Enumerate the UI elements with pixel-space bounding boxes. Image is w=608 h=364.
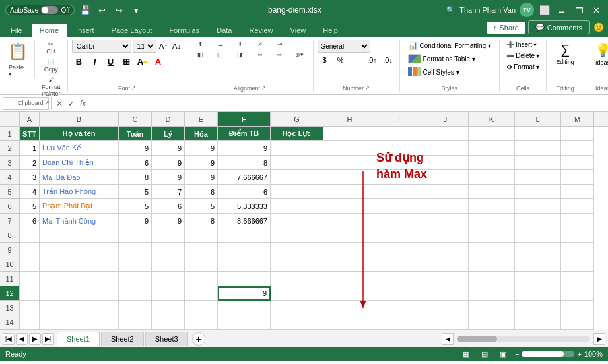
cell-B8[interactable]: [40, 228, 119, 243]
cell-E7[interactable]: 8: [185, 214, 218, 228]
cell-A1[interactable]: STT: [20, 127, 40, 141]
cell-C1[interactable]: Toán: [119, 127, 152, 141]
cell-A2[interactable]: 1: [20, 141, 40, 156]
cell-E6[interactable]: 5: [185, 199, 218, 214]
cell-M2[interactable]: [561, 141, 594, 156]
row-header-3[interactable]: 3: [0, 156, 19, 170]
scroll-left-button[interactable]: ◀: [442, 333, 454, 345]
cell-C5[interactable]: 5: [119, 185, 152, 199]
align-left-button[interactable]: ◧: [191, 50, 210, 59]
align-top-button[interactable]: ⬆: [191, 40, 210, 49]
increase-indent-button[interactable]: ⇨: [271, 50, 289, 59]
cell-K11[interactable]: [469, 272, 515, 286]
number-format-select[interactable]: General: [318, 40, 370, 53]
cell-H13[interactable]: [323, 301, 376, 315]
increase-decimal-button[interactable]: .0↑: [365, 54, 380, 66]
cell-M10[interactable]: [561, 257, 594, 272]
cell-A10[interactable]: [20, 257, 40, 272]
cell-G7[interactable]: [271, 214, 323, 228]
cell-L10[interactable]: [515, 257, 561, 272]
cell-A5[interactable]: 4: [20, 185, 40, 199]
cell-K3[interactable]: [469, 156, 515, 170]
cell-M13[interactable]: [561, 301, 594, 315]
cell-I6[interactable]: [376, 199, 422, 214]
cell-A14[interactable]: [20, 315, 40, 330]
format-cells-button[interactable]: ⚙ Format▾: [504, 62, 542, 72]
decrease-indent-button[interactable]: ⇦: [251, 50, 269, 59]
cell-K10[interactable]: [469, 257, 515, 272]
cell-F12[interactable]: 9: [218, 286, 271, 301]
cell-F4[interactable]: 7.666667: [218, 170, 271, 185]
cell-B6[interactable]: Phạm Phát Đạt: [40, 199, 119, 214]
cell-C12[interactable]: [119, 286, 152, 301]
cell-M5[interactable]: [561, 185, 594, 199]
sheet-tab-sheet2[interactable]: Sheet2: [101, 332, 144, 346]
cell-E3[interactable]: 9: [185, 156, 218, 170]
formula-input[interactable]: =MAX(F2:F7): [93, 97, 605, 110]
cell-J2[interactable]: [422, 141, 469, 156]
merge-button[interactable]: ⊕▾: [290, 50, 309, 59]
cell-K5[interactable]: [469, 185, 515, 199]
cell-M6[interactable]: [561, 199, 594, 214]
paste-button[interactable]: 📋: [7, 41, 29, 62]
search-box[interactable]: 🔍: [446, 6, 456, 15]
cell-D3[interactable]: 9: [152, 156, 185, 170]
cell-J12[interactable]: [422, 286, 469, 301]
tab-home[interactable]: Home: [32, 24, 67, 37]
tab-insert[interactable]: Insert: [68, 24, 102, 37]
cell-K1[interactable]: [469, 127, 515, 141]
cell-M8[interactable]: [561, 228, 594, 243]
cell-J6[interactable]: [422, 199, 469, 214]
cell-A9[interactable]: [20, 243, 40, 257]
cell-D9[interactable]: [152, 243, 185, 257]
minimize-button[interactable]: 🗕: [555, 3, 568, 16]
decrease-font-button[interactable]: A↓: [171, 40, 183, 52]
cell-H2[interactable]: [323, 141, 376, 156]
font-color-button[interactable]: A: [151, 54, 166, 69]
row-header-6[interactable]: 6: [0, 199, 19, 214]
cell-E1[interactable]: Hóa: [185, 127, 218, 141]
cell-J7[interactable]: [422, 214, 469, 228]
cell-F10[interactable]: [218, 257, 271, 272]
cell-L6[interactable]: [515, 199, 561, 214]
cell-C13[interactable]: [119, 301, 152, 315]
font-family-select[interactable]: Calibri: [72, 40, 131, 53]
next-sheet-button[interactable]: ▶: [29, 333, 41, 345]
tab-review[interactable]: Review: [241, 24, 281, 37]
cell-H9[interactable]: [323, 243, 376, 257]
cell-M14[interactable]: [561, 315, 594, 330]
cell-G8[interactable]: [271, 228, 323, 243]
increase-font-button[interactable]: A↑: [158, 40, 170, 52]
clipboard-expand[interactable]: ↗: [45, 100, 50, 106]
zoom-out-button[interactable]: −: [515, 350, 519, 358]
page-break-view-button[interactable]: ▣: [496, 348, 510, 361]
align-middle-button[interactable]: ☰: [211, 40, 230, 49]
cell-D10[interactable]: [152, 257, 185, 272]
tab-formulas[interactable]: Formulas: [161, 24, 207, 37]
border-button[interactable]: ⊞: [119, 54, 134, 69]
font-expand[interactable]: ↗: [131, 85, 136, 91]
row-header-1[interactable]: 1: [0, 127, 19, 141]
cell-G9[interactable]: [271, 243, 323, 257]
align-bottom-button[interactable]: ⬇: [231, 40, 250, 49]
cell-B13[interactable]: [40, 301, 119, 315]
cell-D4[interactable]: 9: [152, 170, 185, 185]
insert-function-icon[interactable]: fx: [79, 98, 87, 109]
comments-button[interactable]: 💬 Comments: [528, 20, 590, 34]
add-sheet-button[interactable]: +: [192, 332, 205, 346]
col-header-I[interactable]: I: [376, 112, 422, 126]
cell-B9[interactable]: [40, 243, 119, 257]
cell-L1[interactable]: [515, 127, 561, 141]
cell-I14[interactable]: [376, 315, 422, 330]
cell-I11[interactable]: [376, 272, 422, 286]
row-header-9[interactable]: 9: [0, 243, 19, 257]
italic-button[interactable]: I: [88, 54, 102, 69]
cell-J9[interactable]: [422, 243, 469, 257]
cell-G1[interactable]: Học Lực: [271, 127, 323, 141]
sheet-tab-sheet3[interactable]: Sheet3: [145, 332, 188, 346]
cell-L9[interactable]: [515, 243, 561, 257]
cell-E10[interactable]: [185, 257, 218, 272]
share-button[interactable]: ↑ Share: [487, 22, 525, 34]
cell-I7[interactable]: [376, 214, 422, 228]
align-right-button[interactable]: ◨: [231, 50, 250, 59]
